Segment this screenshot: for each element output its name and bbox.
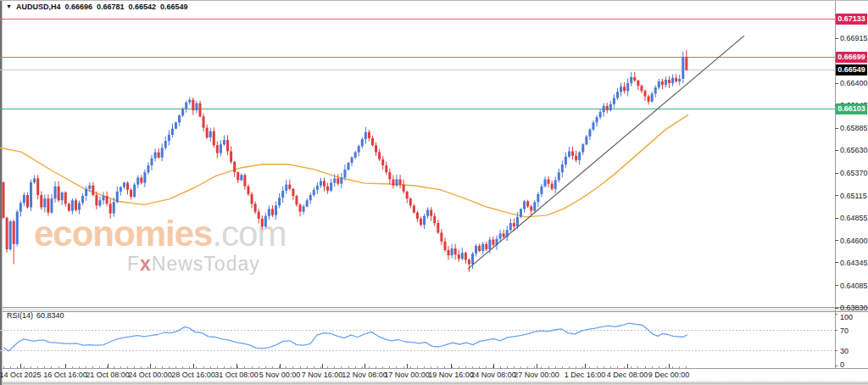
candlestick bbox=[181, 109, 184, 115]
symbol-dropdown-icon[interactable]: ▼ bbox=[6, 3, 12, 9]
candlestick bbox=[58, 187, 60, 200]
time-tick-label: 5 Nov 00:00 bbox=[259, 371, 301, 379]
candlestick bbox=[209, 131, 212, 137]
price-tick-label: 0.64085 bbox=[840, 282, 868, 290]
quote-header[interactable]: ▼AUDUSD,H40.666960.667810.665420.66549 bbox=[6, 3, 188, 11]
candlestick bbox=[499, 233, 502, 238]
candlestick bbox=[630, 77, 632, 83]
candlestick bbox=[385, 165, 387, 172]
candlestick bbox=[161, 148, 164, 157]
candlestick bbox=[271, 209, 274, 215]
candlestick bbox=[71, 200, 74, 210]
candlestick bbox=[92, 186, 94, 195]
time-tick-label: 27 Nov 00:00 bbox=[514, 371, 559, 379]
candlestick bbox=[340, 177, 342, 183]
candlestick bbox=[392, 179, 394, 185]
candlestick bbox=[651, 93, 654, 101]
candlestick bbox=[50, 198, 53, 212]
candlestick bbox=[616, 92, 619, 98]
candlestick bbox=[426, 210, 429, 216]
candlestick bbox=[216, 145, 219, 153]
candlestick bbox=[458, 254, 460, 259]
candlestick bbox=[509, 223, 512, 230]
candlestick bbox=[678, 79, 681, 81]
candlestick bbox=[40, 195, 42, 207]
candlestick bbox=[264, 216, 267, 226]
candlestick bbox=[658, 81, 660, 87]
price-tick-label: 0.65630 bbox=[840, 146, 868, 154]
candlestick bbox=[68, 204, 70, 210]
candlestick bbox=[192, 100, 194, 110]
candlestick bbox=[606, 106, 609, 110]
candlestick bbox=[326, 187, 329, 191]
candlestick bbox=[158, 153, 160, 158]
candlestick bbox=[288, 185, 291, 189]
candlestick bbox=[120, 187, 122, 192]
candlestick bbox=[665, 80, 667, 85]
candlestick bbox=[195, 103, 198, 110]
candlestick bbox=[375, 145, 377, 152]
price-badge-resistance-upper: 0.67133 bbox=[836, 14, 867, 25]
candlestick bbox=[236, 172, 239, 180]
candlestick bbox=[103, 196, 105, 200]
candlestick bbox=[188, 100, 191, 103]
candlestick bbox=[295, 196, 298, 204]
candlestick bbox=[548, 179, 550, 183]
price-tick-label: 0.64345 bbox=[840, 259, 868, 267]
candlestick bbox=[198, 103, 201, 116]
candlestick bbox=[565, 157, 567, 165]
candlestick bbox=[261, 219, 264, 226]
candlestick bbox=[292, 189, 294, 196]
candlestick bbox=[143, 172, 146, 182]
candlestick bbox=[430, 210, 432, 216]
candlestick bbox=[43, 198, 46, 207]
candlestick bbox=[203, 116, 205, 127]
candlestick bbox=[333, 178, 336, 182]
candlestick bbox=[364, 132, 367, 139]
candlestick bbox=[16, 212, 19, 244]
candlestick bbox=[206, 128, 209, 137]
candlestick bbox=[420, 219, 422, 225]
price-tick-label: 0.66915 bbox=[840, 34, 868, 42]
candlestick bbox=[240, 175, 242, 180]
candlestick bbox=[33, 178, 36, 182]
time-tick-label: 31 Oct 08:00 bbox=[214, 371, 259, 379]
candlestick bbox=[3, 182, 5, 218]
time-tick-label: 24 Oct 00:00 bbox=[128, 371, 172, 379]
candlestick bbox=[626, 83, 629, 91]
quote-low: 0.66542 bbox=[129, 3, 157, 11]
candlestick bbox=[461, 253, 464, 259]
candlestick bbox=[75, 200, 77, 209]
rsi-scale-label: 0 bbox=[840, 360, 844, 369]
symbol-label: AUDUSD,H4 bbox=[16, 3, 61, 11]
candlestick bbox=[654, 87, 657, 93]
time-tick-label: 1 Dec 16:00 bbox=[565, 371, 606, 379]
candlestick bbox=[88, 186, 91, 189]
candlestick bbox=[123, 183, 125, 187]
candlestick bbox=[668, 80, 670, 83]
quote-high: 0.66781 bbox=[97, 3, 125, 11]
candlestick bbox=[465, 253, 467, 259]
candlestick bbox=[596, 117, 598, 122]
chart-canvas[interactable] bbox=[0, 0, 868, 385]
candlestick bbox=[451, 248, 453, 255]
candlestick bbox=[323, 181, 326, 187]
candlestick bbox=[599, 112, 602, 117]
price-tick-label: 0.65885 bbox=[840, 124, 868, 132]
candlestick bbox=[136, 177, 139, 184]
candlestick bbox=[395, 179, 398, 185]
candlestick bbox=[19, 203, 22, 211]
candlestick bbox=[47, 198, 49, 212]
candlestick bbox=[637, 81, 639, 86]
time-tick-label: 24 Nov 08:00 bbox=[470, 371, 516, 379]
candlestick bbox=[348, 163, 350, 170]
candlestick bbox=[358, 146, 360, 152]
candlestick bbox=[371, 138, 374, 145]
candlestick bbox=[351, 158, 353, 163]
candlestick bbox=[285, 185, 287, 191]
candlestick bbox=[448, 250, 450, 255]
candlestick bbox=[130, 190, 132, 197]
candlestick bbox=[409, 198, 412, 205]
candlestick bbox=[568, 151, 570, 156]
candlestick bbox=[178, 115, 181, 122]
